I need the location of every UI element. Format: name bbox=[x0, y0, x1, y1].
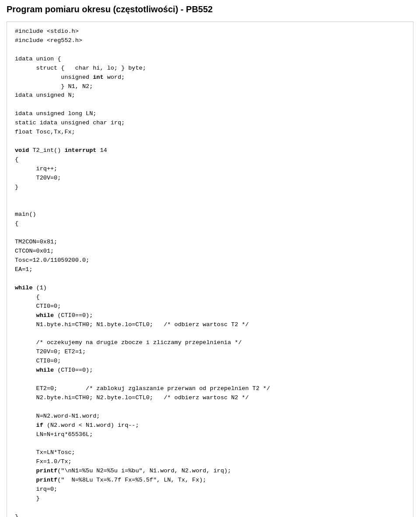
page-title: Program pomiaru okresu (częstotliwości) … bbox=[7, 4, 413, 14]
code-area: #include <stdio.h> #include <reg552.h> i… bbox=[7, 21, 413, 517]
page-container: Program pomiaru okresu (częstotliwości) … bbox=[0, 0, 420, 517]
